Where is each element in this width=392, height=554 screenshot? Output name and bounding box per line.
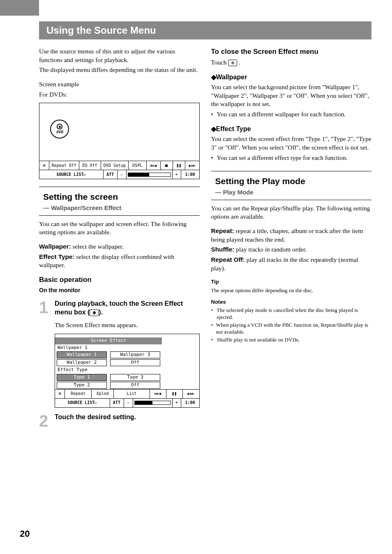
se-wp2: Wallpaper 2 [57,359,107,366]
page-title-bar: Using the Source Menu [39,21,371,39]
se-time: 1:00 [181,399,199,407]
left-margin-block [0,0,39,16]
se-button-row: ❄ Repeat Xplod List ⏮◀ ❚❚ ▶⏭ [55,389,199,398]
repeat-off-cell: Repeat Off [49,161,79,170]
wallpaper-text: select the wallpaper. [71,243,124,250]
se-t1: Type 1 [57,374,107,381]
play-mode-heading: Setting the Play mode [215,175,372,187]
note-2: •When playing a VCD with the PBC functio… [211,322,372,336]
diagram-volume-row: SOURCE LIST▷ ATT – + 1:00 [39,170,199,179]
page-title: Using the Source Menu [46,25,156,36]
screen-effect-diagram: Screen Effect Wallpaper 1 Wallpaper 1Wal… [55,334,200,408]
wallpaper-head: ◆Wallpaper [211,73,372,82]
se-prev: ⏮◀ [150,390,166,398]
se-wp-label: Wallpaper 1 [55,344,162,351]
dvd-logo: DVD [50,120,69,138]
se-title: Screen Effect [55,337,162,344]
effect-label: Effect Type: [39,253,74,260]
time-cell: 1:00 [181,170,199,179]
notes-head: Notes [211,298,372,306]
att-cell: ATT [104,170,118,179]
se-t3: Type 3 [110,374,160,381]
snowflake-icon: ❄ [90,309,99,316]
dvd-logo-text: DVD [56,129,63,134]
effect-option: Effect Type: select the display effect c… [39,253,200,270]
prev-cell: ⏮◀ [147,161,161,170]
pause-cell: ❚❚ [173,161,185,170]
shuffle-label: Shuffle: [211,246,235,253]
step-1-title: During playback, touch the Screen Effect… [55,299,200,317]
note-1: •The selected play mode is cancelled whe… [211,307,372,321]
page-number: 20 [20,529,30,539]
play-mode-sub: — Play Mode [215,188,372,196]
tip-body: The repeat options differ depending on t… [211,287,372,294]
basic-operation-head: Basic operation [39,275,200,285]
wallpaper-label: Wallpaper: [39,243,71,250]
right-column: To close the Screen Effect menu Touch ❄ … [211,47,372,429]
step-1: 1 During playback, touch the Screen Effe… [39,299,200,408]
se-list: List [114,390,150,398]
se-plus: + [172,399,181,407]
note-3: •Shuffle play is not available on DVDs. [211,337,372,344]
wallpaper-body: You can select the background picture fr… [211,83,372,108]
step-2: 2 Touch the desired setting. [39,413,200,429]
next-cell: ▶⏭ [185,161,199,170]
se-wp-off: Off [110,359,160,366]
screen-effect-panel: Screen Effect Wallpaper 1 Wallpaper 1Wal… [55,337,162,389]
wallpaper-bullet: •You can set a different wallpaper for e… [211,110,372,119]
step-1-body: The Screen Effect menu appears. [55,321,200,330]
repeat-off-label: Repeat Off: [211,256,245,263]
shuffle-option: Shuffle: play tracks in random order. [211,245,372,254]
close-menu-body: Touch ❄ . [211,58,372,67]
se-wp1: Wallpaper 1 [57,351,107,358]
se-repeat: Repeat [65,390,92,398]
screen-intro: You can set the wallpaper and screen eff… [39,220,200,237]
repeat-label: Repeat: [211,227,234,234]
dspl-cell: DSPL [129,161,146,170]
se-xplod: Xplod [92,390,114,398]
dvd-setup-cell: DVD Setup [101,161,129,170]
eq-off-cell: EQ Off [79,161,101,170]
intro-paragraph-2: The displayed menu differs depending on … [39,66,200,74]
se-volume-row: SOURCE LIST▷ ATT – + 1:00 [55,398,199,407]
se-t-off: Off [110,382,160,389]
setting-screen-heading: Setting the screen [43,191,200,203]
se-et-label: Effect Type [55,367,162,374]
minus-cell: – [118,170,127,179]
snowflake-icon: ❄ [39,161,49,170]
plus-cell: + [172,170,181,179]
se-pause: ❚❚ [166,390,183,398]
setting-screen-box: Setting the screen — Wallpaper/Screen Ef… [39,187,200,216]
repeat-off-option: Repeat Off: play all tracks in the disc … [211,256,372,272]
play-mode-intro: You can set the Repeat play/Shuffle play… [211,204,372,221]
se-minus: – [124,399,133,407]
se-next: ▶⏭ [183,390,199,398]
setting-screen-sub: — Wallpaper/Screen Effect [43,204,200,212]
screen-example-label: Screen example [39,80,200,89]
effect-type-body: You can select the screen effect from "T… [211,135,372,152]
stop-cell: ■ [161,161,173,170]
on-monitor-label: On the monitor [39,286,200,294]
snowflake-icon: ❄ [228,60,237,66]
se-volume-bar [133,399,172,407]
step-2-number: 2 [39,413,55,429]
intro-paragraph-1: Use the source menus of this unit to adj… [39,47,200,64]
snowflake-icon: ❄ [55,390,65,398]
dvd-diagram: DVD ❄ Repeat Off EQ Off DVD Setup DSPL ⏮… [39,103,200,179]
se-att: ATT [110,399,124,407]
se-t2: Type 2 [57,382,107,389]
se-source-list: SOURCE LIST▷ [55,399,110,407]
repeat-option: Repeat: repeat a title, chapter, album o… [211,227,372,244]
tip-head: Tip [211,278,372,286]
left-column: Use the source menus of this unit to adj… [39,47,200,429]
screen-example-for: For DVDs: [39,90,200,99]
play-mode-box: Setting the Play mode — Play Mode [211,171,372,200]
se-wp3: Wallpaper 3 [110,351,160,358]
source-list-cell: SOURCE LIST▷ [39,170,104,179]
wallpaper-option: Wallpaper: select the wallpaper. [39,242,200,251]
effect-type-head: ◆Effect Type [211,125,372,134]
step-2-title: Touch the desired setting. [55,413,200,422]
volume-bar [127,170,172,179]
diagram-button-row: ❄ Repeat Off EQ Off DVD Setup DSPL ⏮◀ ■ … [39,161,199,170]
close-menu-head: To close the Screen Effect menu [211,47,372,57]
